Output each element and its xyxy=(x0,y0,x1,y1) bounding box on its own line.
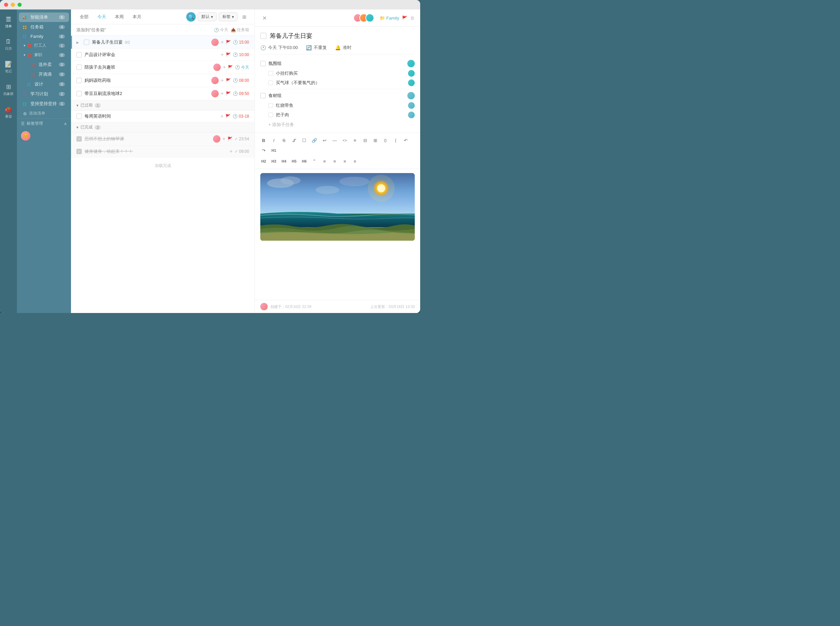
tab-all[interactable]: 全部 xyxy=(77,13,92,21)
subtask-checkbox-2-1[interactable] xyxy=(268,103,273,108)
toolbar-list-ol[interactable]: ⊟ xyxy=(360,136,370,145)
task-checkbox-3[interactable] xyxy=(77,64,82,70)
add-to-today-button[interactable]: 🕐 今天 xyxy=(214,27,228,33)
sidebar-item-inbox[interactable]: 任务箱 4 xyxy=(19,22,69,32)
task-flag-2[interactable]: 🚩 xyxy=(226,52,231,57)
toolbar-align-justify[interactable]: ≡ xyxy=(350,156,360,166)
toolbar-link2[interactable]: ↩ xyxy=(320,136,329,145)
table-row[interactable]: 每周英语时间 + 🚩 🕐 03-18 xyxy=(71,111,255,122)
detail-flag-button[interactable]: 🚩 xyxy=(402,16,407,20)
task-checkbox-1[interactable] xyxy=(84,39,89,45)
detail-task-checkbox[interactable] xyxy=(260,33,266,39)
toolbar-align-center[interactable]: ≡ xyxy=(330,156,339,166)
toolbar-code-block[interactable]: {} xyxy=(381,136,390,145)
toolbar-quote[interactable]: " xyxy=(310,156,319,166)
toolbar-dash[interactable]: — xyxy=(330,136,339,145)
toolbar-h2[interactable]: H2 xyxy=(259,156,268,166)
table-row[interactable]: ▶ 筹备儿子生日宴 0/2 + 🚩 🕐 15:00 xyxy=(71,36,255,49)
subtask-checkbox-1-2[interactable] xyxy=(268,80,273,85)
toolbar-h1[interactable]: H1 xyxy=(269,146,278,155)
add-list-button[interactable]: ⊕ 添加清单 xyxy=(19,109,69,118)
filter-tag-button[interactable]: 标签 ▾ xyxy=(219,12,238,21)
sidebar-nav-note[interactable]: 📝 笔记 xyxy=(2,58,16,76)
toolbar-code-inline[interactable]: <> xyxy=(340,136,349,145)
task-add-button-c1[interactable]: + xyxy=(222,136,225,142)
toolbar-redo[interactable]: ↷ xyxy=(259,146,268,155)
task-flag-c1[interactable]: 🚩 xyxy=(227,136,233,141)
detail-reminder-item[interactable]: 🔔 准时 xyxy=(335,45,352,51)
add-to-taskbox-button[interactable]: 📥 任务箱 xyxy=(231,27,249,33)
task-add-button-overdue[interactable]: + xyxy=(221,113,224,119)
overdue-section[interactable]: ▾ 已过期 1 xyxy=(71,100,255,111)
completed-section[interactable]: ▾ 已完成 2 xyxy=(71,122,255,133)
sidebar-item-worker[interactable]: ▼ 打工人 1 xyxy=(19,41,69,50)
task-checkbox-c1[interactable] xyxy=(77,136,82,142)
toolbar-h4[interactable]: H4 xyxy=(279,156,289,166)
subtask-group-checkbox-1[interactable] xyxy=(260,61,266,66)
detail-date-item[interactable]: 🕐 今天 下午03:00 xyxy=(260,45,298,51)
subtask-group-checkbox-2[interactable] xyxy=(260,93,266,99)
toolbar-italic[interactable]: I xyxy=(269,136,278,145)
task-flag-3[interactable]: 🚩 xyxy=(228,65,233,70)
search-button[interactable]: 🔍 xyxy=(186,12,196,22)
sidebar-item-design[interactable]: 设计 0 xyxy=(19,80,69,89)
tab-month[interactable]: 本月 xyxy=(129,13,145,21)
toolbar-checkbox[interactable]: ☐ xyxy=(299,136,309,145)
toolbar-align-left[interactable]: ≡ xyxy=(320,156,329,166)
maximize-button[interactable] xyxy=(17,3,22,7)
toolbar-strikethrough[interactable]: S xyxy=(279,136,289,145)
toolbar-indent-left[interactable]: ⟨ xyxy=(391,136,400,145)
task-flag-overdue[interactable]: 🚩 xyxy=(225,114,230,119)
toolbar-list-check[interactable]: ⊞ xyxy=(371,136,380,145)
task-add-button-c2[interactable]: + xyxy=(230,149,233,155)
detail-trash-button[interactable]: 🗑 xyxy=(410,15,415,20)
sidebar-nav-quadrant[interactable]: ⊞ 四象限 xyxy=(2,81,16,99)
sidebar-item-didi[interactable]: 开滴滴 0 xyxy=(19,70,69,79)
filter-default-button[interactable]: 默认 ▾ xyxy=(198,12,217,21)
task-input[interactable] xyxy=(77,27,211,33)
tab-today[interactable]: 今天 xyxy=(94,13,109,21)
toolbar-undo[interactable]: ↶ xyxy=(401,136,410,145)
add-subtask-button[interactable]: + 添加子任务 xyxy=(260,120,415,130)
minimize-button[interactable] xyxy=(11,3,15,7)
subtask-checkbox-2-2[interactable] xyxy=(268,113,273,117)
sidebar-item-delivery[interactable]: 送外卖 0 xyxy=(19,60,69,69)
toolbar-bold[interactable]: B xyxy=(259,136,268,145)
tab-week[interactable]: 本周 xyxy=(111,13,127,21)
task-add-button-4[interactable]: + xyxy=(221,77,224,83)
detail-close-button[interactable]: ✕ xyxy=(260,14,268,22)
detail-repeat-item[interactable]: 🔄 不重复 xyxy=(306,45,327,51)
task-add-button-3[interactable]: + xyxy=(223,64,226,70)
toolbar-align-right[interactable]: ≡ xyxy=(340,156,349,166)
table-row[interactable]: 健身健身，动起来！！！ + ✓ 09:00 xyxy=(71,146,255,158)
tag-management[interactable]: ☰ 标签管理 ∧ xyxy=(17,118,71,128)
table-row[interactable]: 产品设计评审会 + 🚩 🕐 10:00 xyxy=(71,49,255,61)
task-checkbox-overdue[interactable] xyxy=(77,114,82,119)
toolbar-h6[interactable]: H6 xyxy=(299,156,309,166)
task-checkbox-2[interactable] xyxy=(77,52,82,58)
sidebar-item-freelance[interactable]: ▼ 兼职 0 xyxy=(19,50,69,59)
task-add-button-2[interactable]: + xyxy=(221,52,224,58)
table-row[interactable]: 陪孩子去兴趣班 + 🚩 🕐 今天 xyxy=(71,61,255,74)
close-button[interactable] xyxy=(4,3,8,7)
task-add-button-5[interactable]: + xyxy=(221,91,224,97)
sidebar-nav-list[interactable]: ☰ 清单 xyxy=(2,14,16,31)
view-toggle-button[interactable]: ⊞ xyxy=(240,12,249,22)
task-flag-5[interactable]: 🚩 xyxy=(226,91,231,96)
sidebar-item-family[interactable]: Family 6 xyxy=(19,32,69,41)
task-flag-4[interactable]: 🚩 xyxy=(226,78,231,83)
task-flag-1[interactable]: 🚩 xyxy=(226,40,231,45)
task-checkbox-4[interactable] xyxy=(77,78,82,83)
user-avatar[interactable]: 😊 xyxy=(21,131,30,141)
task-checkbox-c2[interactable] xyxy=(77,149,82,154)
task-add-button-1[interactable]: + xyxy=(221,39,224,45)
sidebar-item-persist[interactable]: 坚持坚持坚持 1 xyxy=(19,99,69,108)
subtask-checkbox-1-1[interactable] xyxy=(268,71,273,76)
toolbar-paperclip[interactable]: 🖇 xyxy=(289,136,299,145)
table-row[interactable]: 思琪不想上的钢琴课 + 🚩 ✓ 23:54 xyxy=(71,133,255,146)
sidebar-item-smart-list[interactable]: 智能清单 5 xyxy=(19,13,69,22)
toolbar-list-ul[interactable]: ≡ xyxy=(350,136,360,145)
sidebar-item-study[interactable]: 学习计划 2 xyxy=(19,89,69,99)
table-row[interactable]: 妈妈该吃药啦 + 🚩 🕐 08:00 xyxy=(71,74,255,87)
toolbar-link[interactable]: 🔗 xyxy=(310,136,319,145)
